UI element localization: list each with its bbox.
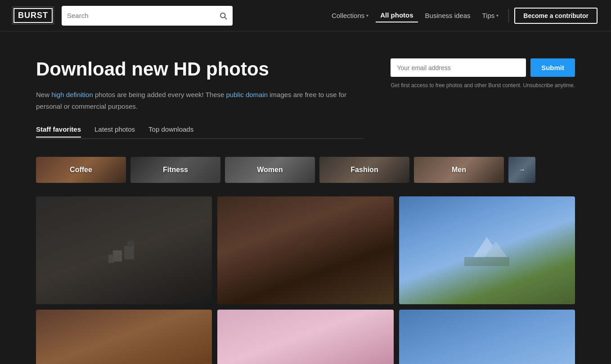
photo-image-6	[399, 310, 575, 364]
chevron-down-icon: ▾	[366, 13, 368, 18]
submit-button[interactable]: Submit	[530, 58, 575, 77]
header: BURST Collections ▾ All photos Business …	[0, 0, 611, 31]
category-fitness[interactable]: Fitness	[130, 157, 220, 183]
email-row: Submit	[391, 58, 575, 77]
category-men[interactable]: Men	[414, 157, 504, 183]
category-women[interactable]: Women	[225, 157, 315, 183]
next-arrow-icon: →	[508, 157, 535, 183]
photo-card-4[interactable]	[36, 310, 212, 364]
photo-card-2[interactable]	[217, 196, 393, 304]
category-coffee[interactable]: Coffee	[36, 157, 126, 183]
nav-business-ideas[interactable]: Business ideas	[421, 9, 475, 22]
nav-divider	[508, 9, 509, 22]
chevron-down-icon: ▾	[496, 13, 499, 18]
email-input[interactable]	[391, 58, 526, 77]
svg-rect-3	[124, 246, 134, 259]
category-fashion[interactable]: Fashion	[319, 157, 409, 183]
photo-image-2	[217, 196, 393, 304]
svg-line-1	[225, 17, 226, 19]
search-button[interactable]	[219, 12, 227, 20]
main-nav: Collections ▾ All photos Business ideas …	[327, 8, 598, 24]
tab-staff-favorites[interactable]: Staff favorites	[36, 125, 81, 138]
tab-top-downloads[interactable]: Top downloads	[148, 125, 193, 138]
svg-rect-10	[464, 257, 509, 266]
photo-grid	[0, 192, 611, 364]
search-icon	[219, 12, 227, 20]
svg-rect-2	[113, 250, 122, 262]
photo-image-3	[399, 196, 575, 304]
search-input[interactable]	[67, 12, 216, 19]
svg-rect-5	[108, 255, 114, 263]
photo-image-5	[217, 310, 393, 364]
svg-point-4	[127, 240, 135, 247]
hero-section: Download new HD photos New high definiti…	[0, 31, 611, 157]
photo-card-6[interactable]	[399, 310, 575, 364]
search-bar	[62, 6, 233, 26]
category-next[interactable]: →	[508, 157, 535, 183]
nav-all-photos[interactable]: All photos	[376, 9, 418, 22]
photo-image-4	[36, 310, 212, 364]
become-contributor-button[interactable]: Become a contributor	[514, 8, 598, 24]
photo-image-1	[36, 196, 212, 304]
hero-description: New high definition photos are being add…	[36, 89, 364, 112]
svg-rect-7	[303, 250, 308, 268]
categories-row: Coffee Fitness Women Fashion Men →	[0, 157, 611, 192]
email-disclaimer: Get first access to free photos and othe…	[391, 81, 575, 89]
nav-tips[interactable]: Tips ▾	[478, 9, 503, 22]
hero-left: Download new HD photos New high definiti…	[36, 58, 364, 139]
photo-tabs: Staff favorites Latest photos Top downlo…	[36, 125, 364, 139]
nav-collections[interactable]: Collections ▾	[327, 9, 373, 22]
photo-card-1[interactable]	[36, 196, 212, 304]
photo-card-5[interactable]	[217, 310, 393, 364]
svg-point-6	[297, 232, 314, 253]
tab-latest-photos[interactable]: Latest photos	[94, 125, 135, 138]
hero-right: Submit Get first access to free photos a…	[391, 58, 575, 89]
photo-card-3[interactable]	[399, 196, 575, 304]
burst-logo[interactable]: BURST	[13, 8, 53, 23]
hero-title: Download new HD photos	[36, 58, 364, 80]
